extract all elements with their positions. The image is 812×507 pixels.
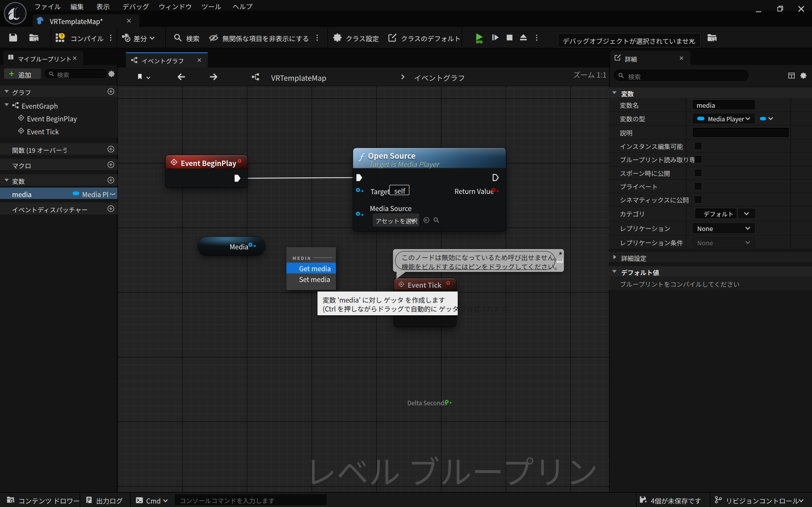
- eject-icon[interactable]: [519, 33, 528, 42]
- getter-tooltip-line1: 変数 'media' に対し ゲッタ を作成します: [322, 295, 445, 304]
- compile-options-kebab-icon[interactable]: [107, 34, 114, 42]
- revision-control-button[interactable]: リビジョンコントロール: [726, 496, 799, 505]
- menu-view[interactable]: 表示: [96, 2, 110, 11]
- save-icon[interactable]: [8, 32, 18, 43]
- graph-section-add-icon[interactable]: [107, 88, 114, 95]
- breadcrumb-current[interactable]: イベントグラフ: [414, 72, 465, 83]
- pushpin-icon[interactable]: [557, 251, 563, 257]
- blueprint-readonly-checkbox[interactable]: [694, 156, 702, 163]
- bookmark-icon[interactable]: [136, 73, 143, 80]
- open-source-exec-in-pin[interactable]: [356, 174, 363, 181]
- variable-type-container-pill[interactable]: [760, 117, 766, 120]
- default-value-expander-icon[interactable]: [612, 270, 617, 273]
- graph-section-expander-icon[interactable]: [4, 90, 9, 93]
- compile-icon[interactable]: [55, 33, 65, 43]
- media-getter-title: Media: [230, 242, 248, 251]
- expose-on-spawn-checkbox[interactable]: [694, 169, 702, 177]
- private-checkbox[interactable]: [694, 182, 702, 190]
- instance-editable-checkbox[interactable]: [694, 142, 702, 150]
- menu-window[interactable]: ウィンドウ: [159, 2, 192, 11]
- open-source-exec-out-pin[interactable]: [492, 174, 499, 181]
- variable-visibility-eye-icon[interactable]: [109, 190, 116, 197]
- nav-forward-icon[interactable]: [209, 72, 218, 81]
- use-selected-asset-icon[interactable]: [423, 217, 430, 223]
- menu-edit[interactable]: 編集: [70, 2, 84, 11]
- details-settings-gear-icon[interactable]: [800, 72, 807, 79]
- beginplay-exec-out-pin[interactable]: [234, 174, 241, 182]
- search-icon[interactable]: [173, 33, 183, 42]
- menu-file[interactable]: ファイル: [34, 2, 61, 11]
- description-field[interactable]: [693, 128, 789, 137]
- sidebar-item-beginplay[interactable]: Event BeginPlay: [27, 114, 77, 123]
- debug-object-label: デバッグオブジェクトが選択されていません: [563, 36, 696, 46]
- browse-asset-icon[interactable]: [433, 217, 440, 223]
- functions-section-add-icon[interactable]: [107, 146, 114, 153]
- open-source-subtitle: Target is Media Player: [368, 159, 439, 169]
- sidebar-item-eventgraph[interactable]: EventGraph: [21, 101, 58, 111]
- property-matrix-icon[interactable]: [788, 72, 795, 79]
- node-event-beginplay[interactable]: Event BeginPlay: [165, 155, 247, 187]
- hide-unrelated-icon[interactable]: [209, 33, 218, 43]
- node-open-source[interactable]: ƒ Open Source Target is Media Player Tar…: [353, 148, 506, 231]
- breadcrumb-root[interactable]: VRTemplateMap: [271, 72, 326, 83]
- diff-label[interactable]: 差分: [134, 34, 147, 43]
- functions-section-label: 関数 (19 オーバーライド可能): [12, 146, 67, 155]
- debug-browse-icon[interactable]: [707, 32, 717, 43]
- myblueprint-tab-close-icon[interactable]: [72, 56, 77, 60]
- graph-tab-close-icon[interactable]: [197, 58, 202, 62]
- menu-debug[interactable]: デバッグ: [122, 2, 149, 11]
- media-source-pin[interactable]: [356, 212, 360, 216]
- minimize-icon[interactable]: [755, 8, 763, 15]
- frame-skip-icon[interactable]: [491, 33, 500, 42]
- return-value-pin[interactable]: [491, 188, 496, 192]
- output-log-button[interactable]: 出力ログ: [96, 496, 123, 505]
- content-drawer-button[interactable]: コンテンツ ドロワー: [18, 496, 80, 505]
- menu-help[interactable]: ヘルプ: [233, 2, 252, 11]
- diff-icon[interactable]: [121, 33, 131, 43]
- sidebar-item-tick[interactable]: Event Tick: [27, 127, 59, 136]
- tick-event-icon: [398, 281, 404, 287]
- class-defaults-label[interactable]: クラスのデフォルト: [401, 34, 461, 43]
- restore-icon[interactable]: [776, 5, 784, 12]
- details-row-variable-name-label: 変数名: [620, 101, 639, 110]
- play-options-kebab-icon[interactable]: [533, 34, 541, 42]
- beginplay-delegate-pin[interactable]: [238, 159, 241, 163]
- tick-delta-pin[interactable]: [445, 400, 449, 404]
- hide-unrelated-kebab-icon[interactable]: [313, 34, 321, 42]
- tick-delegate-pin[interactable]: [447, 281, 450, 285]
- class-settings-icon[interactable]: [333, 33, 343, 43]
- graph-section-label: グラフ: [12, 88, 31, 97]
- variables-section-label: 変数: [12, 176, 25, 186]
- graph-canvas[interactable]: レベル ブループリント Event BeginPlay ƒ Open Sourc…: [117, 86, 609, 492]
- class-defaults-icon[interactable]: [388, 33, 397, 43]
- eventgraph-expander-icon[interactable]: [4, 103, 9, 106]
- details-variable-expander-icon[interactable]: [612, 91, 617, 94]
- variables-section-add-icon[interactable]: [107, 176, 114, 184]
- target-pin[interactable]: [356, 188, 360, 192]
- details-variable-section-header[interactable]: [609, 88, 812, 98]
- hide-unrelated-label[interactable]: 無関係な項目を非表示にする: [222, 34, 309, 43]
- asset-tab-close-icon[interactable]: [126, 18, 132, 23]
- search-label[interactable]: 検索: [186, 34, 200, 43]
- class-settings-label[interactable]: クラス設定: [346, 34, 379, 43]
- unreal-logo[interactable]: [3, 2, 27, 25]
- cmd-dropdown-label[interactable]: Cmd: [146, 496, 161, 505]
- macro-section-add-icon[interactable]: [107, 161, 114, 168]
- advanced-settings-expander-icon[interactable]: [613, 255, 616, 259]
- node-media-getter[interactable]: Media: [198, 237, 265, 256]
- nav-back-icon[interactable]: [177, 72, 186, 81]
- menu-tools[interactable]: ツール: [201, 2, 221, 11]
- media-getter-out-pin[interactable]: [248, 243, 252, 247]
- myblueprint-search-placeholder: 検索: [57, 70, 69, 79]
- details-tab-close-icon[interactable]: [679, 56, 684, 60]
- find-in-blueprint-icon[interactable]: [29, 32, 39, 43]
- dispatchers-section-add-icon[interactable]: [107, 205, 114, 212]
- compile-label[interactable]: コンパイル: [70, 34, 104, 43]
- expose-to-cinematics-checkbox[interactable]: [694, 196, 702, 204]
- unsaved-status[interactable]: 4個が未保存です: [651, 496, 701, 505]
- stop-icon[interactable]: [505, 33, 514, 42]
- variables-section-expander-icon[interactable]: [4, 179, 9, 181]
- myblueprint-settings-gear-icon[interactable]: [108, 70, 115, 78]
- details-tab[interactable]: [610, 51, 691, 65]
- close-window-icon[interactable]: [797, 5, 805, 13]
